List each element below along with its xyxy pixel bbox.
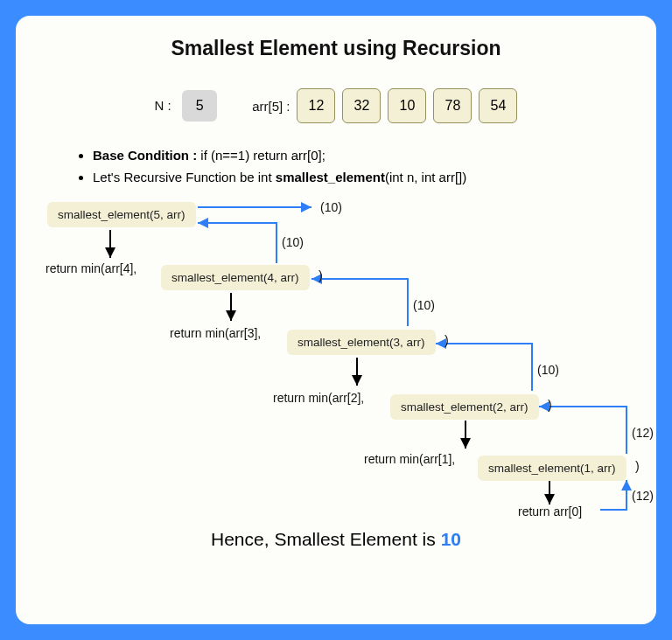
return-val-4: (10) <box>282 235 304 249</box>
return-val-1: (12) <box>632 426 654 440</box>
call-box-3: smallest_element(3, arr) <box>287 330 436 355</box>
bullet1-rest: if (n==1) return arr[0]; <box>200 148 326 163</box>
n-group: N : 5 <box>155 90 218 122</box>
n-value-box: 5 <box>182 90 217 122</box>
paren-3: ) <box>444 333 449 347</box>
arr-cell-2: 10 <box>388 88 426 123</box>
recursion-tree: smallest_element(5, arr) (10) (10) retur… <box>40 195 632 527</box>
call-box-1: smallest_element(1, arr) <box>478 456 626 481</box>
arr-group: arr[5] : 12 32 10 78 54 <box>252 88 517 123</box>
call-box-2: smallest_element(2, arr) <box>390 394 539 420</box>
page-title: Smallest Element using Recursion <box>40 37 632 60</box>
paren-1: ) <box>635 459 640 473</box>
bullet2-post: (int n, int arr[]) <box>385 170 466 184</box>
bullet-recursive-fn: Let's Recursive Function be int smallest… <box>93 170 632 184</box>
call-box-5: smallest_element(5, arr) <box>47 202 196 227</box>
paren-2: ) <box>548 398 552 412</box>
call-box-4: smallest_element(4, arr) <box>161 265 310 290</box>
return-arr0: return arr[0] <box>518 504 582 518</box>
notes-list: Base Condition : if (n==1) return arr[0]… <box>93 148 632 184</box>
diagram-card: Smallest Element using Recursion N : 5 a… <box>16 16 656 624</box>
bullet1-strong: Base Condition : <box>93 148 200 163</box>
bullet2-pre: Let's Recursive Function be int <box>93 170 276 184</box>
return-val-2: (10) <box>537 363 559 377</box>
return-min-3: return min(arr[3], <box>170 326 261 340</box>
arr-cell-3: 78 <box>433 88 472 123</box>
return-val-3: (10) <box>413 298 435 312</box>
answer-value: 10 <box>441 529 461 549</box>
return-min-2: return min(arr[2], <box>273 391 364 405</box>
conclusion-text: Hence, Smallest Element is <box>211 529 441 549</box>
inputs-row: N : 5 arr[5] : 12 32 10 78 54 <box>40 88 632 123</box>
return-val-0: (12) <box>632 489 654 503</box>
bullet-base-condition: Base Condition : if (n==1) return arr[0]… <box>93 148 632 163</box>
arr-cell-0: 12 <box>297 88 335 123</box>
return-val-5: (10) <box>320 200 342 214</box>
arr-cell-4: 54 <box>479 88 517 123</box>
n-label: N : <box>155 98 172 113</box>
return-min-1: return min(arr[1], <box>364 452 455 466</box>
arr-label: arr[5] : <box>252 99 290 114</box>
paren-4: ) <box>318 268 323 282</box>
arr-cell-1: 32 <box>342 88 381 123</box>
return-min-4: return min(arr[4], <box>46 261 136 275</box>
array-cells: 12 32 10 78 54 <box>297 88 517 123</box>
bullet2-strong: smallest_element <box>276 170 385 184</box>
conclusion: Hence, Smallest Element is 10 <box>40 529 632 550</box>
